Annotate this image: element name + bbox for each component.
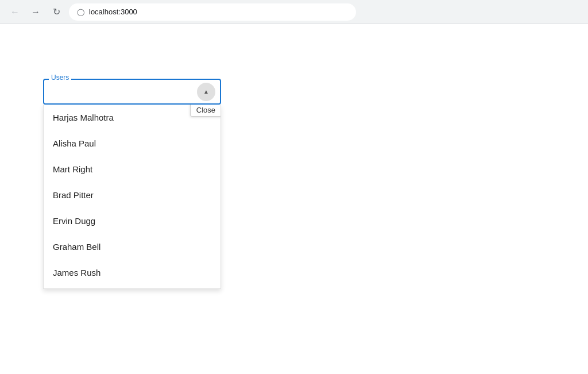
back-icon: ← <box>10 7 20 17</box>
refresh-button[interactable]: ↻ <box>48 4 64 20</box>
back-button[interactable]: ← <box>7 4 23 20</box>
list-item[interactable]: Graham Bell <box>44 234 220 260</box>
forward-button[interactable]: → <box>28 4 44 20</box>
list-item[interactable]: Alisha Paul <box>44 130 220 156</box>
list-item[interactable]: James Rush <box>44 260 220 286</box>
refresh-icon: ↻ <box>53 6 60 17</box>
dropdown-list[interactable]: Harjas MalhotraAlisha PaulMart RightBrad… <box>44 105 220 288</box>
select-label: Users <box>49 74 71 82</box>
select-field: Users ▲ <box>43 79 221 105</box>
forward-icon: → <box>31 7 40 17</box>
list-item[interactable]: Brad Pitter <box>44 182 220 208</box>
url-text: localhost:3000 <box>89 7 137 16</box>
list-item[interactable]: Ervin Dugg <box>44 208 220 234</box>
select-input-wrapper: ▲ <box>43 79 221 105</box>
address-bar[interactable]: ◯ localhost:3000 <box>69 3 356 21</box>
close-tooltip[interactable]: Close <box>190 105 221 117</box>
list-item[interactable]: Deepak Dev <box>44 286 220 288</box>
arrow-up-icon: ▲ <box>203 88 209 95</box>
dropdown-wrapper: Users ▲ Close Harjas MalhotraAlisha Paul… <box>43 79 221 289</box>
lock-icon: ◯ <box>77 8 84 16</box>
browser-toolbar: ← → ↻ ◯ localhost:3000 <box>0 0 588 24</box>
dropdown-list-container: Close Harjas MalhotraAlisha PaulMart Rig… <box>43 105 221 289</box>
page-content: Users ▲ Close Harjas MalhotraAlisha Paul… <box>0 24 588 374</box>
users-input[interactable] <box>51 87 197 97</box>
dropdown-toggle-button[interactable]: ▲ <box>197 83 215 101</box>
list-item[interactable]: Mart Right <box>44 156 220 182</box>
